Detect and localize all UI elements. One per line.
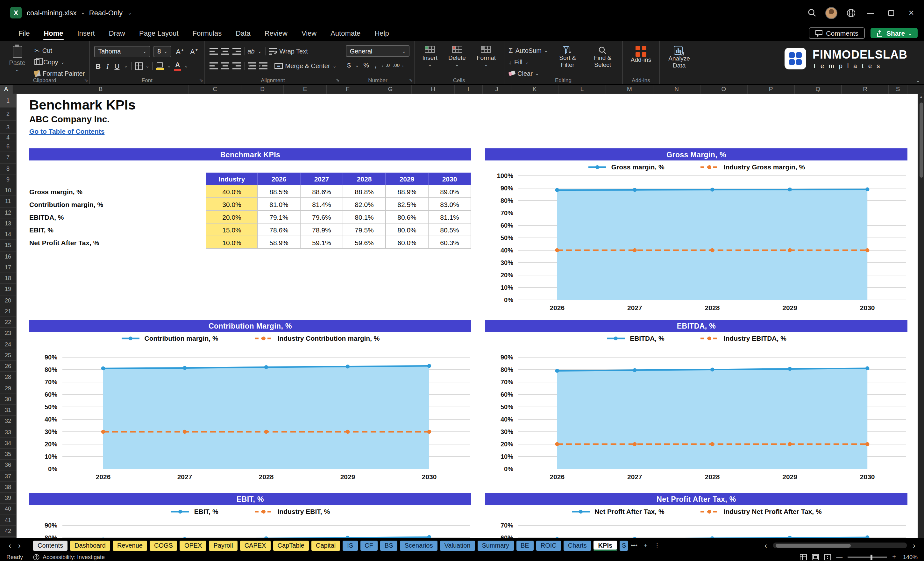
sheet-tab-is[interactable]: IS xyxy=(343,540,358,550)
column-header-A[interactable]: A xyxy=(0,85,13,94)
analyze-data-button[interactable]: Analyze Data xyxy=(664,44,694,69)
accounting-format-button[interactable]: $ xyxy=(346,62,352,69)
align-left-icon[interactable] xyxy=(209,62,218,69)
sheet-tab-capital[interactable]: Capital xyxy=(311,540,340,550)
dialog-launcher-icon[interactable]: ⇘ xyxy=(84,78,88,83)
sheet-tab-dashboard[interactable]: Dashboard xyxy=(70,540,110,550)
sheet-tab-cf[interactable]: CF xyxy=(360,540,378,550)
readonly-label[interactable]: Read-Only xyxy=(89,9,123,16)
row-header-25[interactable]: 25 xyxy=(0,350,16,362)
cut-button[interactable]: ✂Cut xyxy=(34,46,85,55)
avatar[interactable] xyxy=(825,7,837,19)
column-header-S[interactable]: S xyxy=(889,85,908,94)
tab-scroll-left-icon[interactable]: ‹ xyxy=(5,542,15,549)
row-header-36[interactable]: 36 xyxy=(0,460,16,471)
sheet-tab-roic[interactable]: ROIC xyxy=(536,540,561,550)
kpi-value-cell[interactable]: 80.1% xyxy=(343,211,386,224)
increase-indent-icon[interactable] xyxy=(259,62,267,69)
column-header-H[interactable]: H xyxy=(412,85,454,94)
menu-insert[interactable]: Insert xyxy=(70,27,102,39)
sheet-tab-kpis[interactable]: KPIs xyxy=(594,540,617,550)
row-header-9[interactable]: 9 xyxy=(0,174,16,186)
bold-button[interactable]: B xyxy=(94,62,102,70)
row-header-1[interactable]: 1 xyxy=(0,94,16,108)
row-header-31[interactable]: 31 xyxy=(0,405,16,416)
tab-menu-icon[interactable]: ⋮ xyxy=(651,542,663,549)
sheet-tab-s[interactable]: S xyxy=(619,540,628,550)
percent-style-button[interactable]: % xyxy=(362,62,370,69)
row-header-37[interactable]: 37 xyxy=(0,471,16,482)
align-middle-icon[interactable] xyxy=(220,48,229,55)
sheet-tab-contents[interactable]: Contents xyxy=(33,540,68,550)
vertical-scrollbar[interactable]: ▲ xyxy=(918,94,924,538)
decrease-indent-icon[interactable] xyxy=(248,62,256,69)
sheet-tab-cogs[interactable]: COGS xyxy=(150,540,177,550)
chevron-down-icon[interactable]: ⌄ xyxy=(128,10,132,16)
sheet-tab-payroll[interactable]: Payroll xyxy=(209,540,237,550)
kpi-value-cell[interactable]: 59.6% xyxy=(343,236,386,249)
menu-review[interactable]: Review xyxy=(258,27,294,39)
italic-button[interactable]: I xyxy=(105,62,110,70)
row-header-19[interactable]: 19 xyxy=(0,284,16,296)
row-header-33[interactable]: 33 xyxy=(0,427,16,438)
autosum-button[interactable]: ΣAutoSum⌄ xyxy=(508,46,548,55)
row-header-18[interactable]: 18 xyxy=(0,273,16,284)
column-header-C[interactable]: C xyxy=(189,85,242,94)
column-header-O[interactable]: O xyxy=(700,85,748,94)
comments-button[interactable]: Comments xyxy=(809,27,865,39)
zoom-out-button[interactable]: — xyxy=(836,554,843,560)
kpi-value-cell[interactable]: 81.0% xyxy=(258,198,301,211)
page-break-view-icon[interactable] xyxy=(824,554,831,560)
kpi-value-cell[interactable]: 78.6% xyxy=(258,224,301,236)
insert-cells-button[interactable]: Insert ⌄ xyxy=(419,44,441,67)
kpi-value-cell[interactable]: 79.6% xyxy=(301,211,343,224)
sheet-tab-be[interactable]: BE xyxy=(516,540,534,550)
column-header-D[interactable]: D xyxy=(242,85,284,94)
row-header-38[interactable]: 38 xyxy=(0,482,16,493)
copy-button[interactable]: Copy⌄ xyxy=(34,57,85,66)
kpi-value-cell[interactable]: 80.5% xyxy=(429,224,471,236)
sheet-tab-scenarios[interactable]: Scenarios xyxy=(400,540,438,550)
excel-app-icon[interactable]: X xyxy=(10,7,22,18)
font-color-button[interactable]: A xyxy=(174,62,181,70)
column-header-I[interactable]: I xyxy=(454,85,483,94)
kpi-value-cell[interactable]: 58.9% xyxy=(258,236,301,249)
kpi-value-cell[interactable]: 60.3% xyxy=(429,236,471,249)
row-header-3[interactable]: 3 xyxy=(0,121,16,134)
fill-button[interactable]: ↓Fill⌄ xyxy=(508,57,548,66)
row-header-22[interactable]: 22 xyxy=(0,317,16,328)
horizontal-scroll-track[interactable] xyxy=(773,543,907,548)
font-name-select[interactable]: Tahoma⌄ xyxy=(94,45,150,57)
kpi-value-cell[interactable]: 88.6% xyxy=(301,185,343,198)
accessibility-status[interactable]: Accessibility: Investigate xyxy=(33,554,105,560)
column-header-E[interactable]: E xyxy=(284,85,327,94)
align-top-icon[interactable] xyxy=(209,48,218,55)
menu-view[interactable]: View xyxy=(294,27,324,39)
row-header-8[interactable]: 8 xyxy=(0,164,16,174)
row-header-35[interactable]: 35 xyxy=(0,449,16,460)
kpi-value-cell[interactable]: 78.9% xyxy=(301,224,343,236)
dialog-launcher-icon[interactable]: ⇘ xyxy=(409,78,413,83)
row-header-16[interactable]: 16 xyxy=(0,251,16,262)
row-header-32[interactable]: 32 xyxy=(0,416,16,427)
globe-icon[interactable] xyxy=(841,3,860,23)
zoom-in-button[interactable]: + xyxy=(892,554,896,560)
kpi-value-cell[interactable]: 89.0% xyxy=(429,185,471,198)
borders-button[interactable] xyxy=(135,62,142,70)
shrink-font-button[interactable]: A▼ xyxy=(189,48,200,55)
row-header-20[interactable]: 20 xyxy=(0,295,16,306)
row-header-30[interactable]: 30 xyxy=(0,394,16,405)
menu-automate[interactable]: Automate xyxy=(324,27,368,39)
column-header-Q[interactable]: Q xyxy=(795,85,842,94)
row-header-6[interactable]: 6 xyxy=(0,141,16,153)
kpi-value-cell[interactable]: 88.9% xyxy=(386,185,429,198)
minimize-button[interactable]: — xyxy=(860,1,881,24)
row-header-13[interactable]: 13 xyxy=(0,218,16,230)
zoom-level[interactable]: 140% xyxy=(901,554,918,560)
row-header-10[interactable]: 10 xyxy=(0,185,16,196)
column-header-M[interactable]: M xyxy=(606,85,653,94)
column-header-G[interactable]: G xyxy=(369,85,412,94)
kpi-value-cell[interactable]: 88.5% xyxy=(258,185,301,198)
sheet-tab-capex[interactable]: CAPEX xyxy=(240,540,271,550)
row-header-41[interactable]: 41 xyxy=(0,515,16,526)
